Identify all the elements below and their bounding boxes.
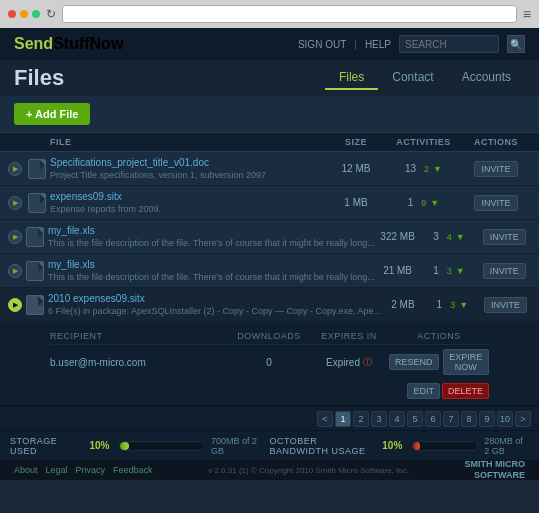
status-bar: STORAGE USED 10% 700MB of 2 GB OCTOBER B… <box>0 430 539 460</box>
pagination-page-4[interactable]: 4 <box>389 411 405 427</box>
file-actions: INVITE <box>461 161 531 177</box>
activity-arrow: ▼ <box>456 266 465 276</box>
file-actions: INVITE <box>478 263 531 279</box>
pagination-page-3[interactable]: 3 <box>371 411 387 427</box>
url-bar[interactable] <box>62 5 517 23</box>
expanded-action-buttons: EDIT DELETE <box>407 383 489 399</box>
invite-button[interactable]: INVITE <box>483 263 526 279</box>
inv-col-header-actions: ACTIONS <box>389 331 489 341</box>
add-file-button[interactable]: + Add File <box>14 103 90 125</box>
row-actions-bar: EDIT DELETE <box>50 383 489 399</box>
file-name[interactable]: Specifications_project_title_v01.doc <box>50 157 326 168</box>
browser-dots <box>8 10 40 18</box>
inv-col-header-expires: EXPIRES IN <box>309 331 389 341</box>
minimize-dot[interactable] <box>20 10 28 18</box>
pagination-page-7[interactable]: 7 <box>443 411 459 427</box>
activity-check: 2 <box>424 164 429 174</box>
col-header-size: SIZE <box>326 137 386 147</box>
file-size: 12 MB <box>326 163 386 174</box>
file-info: expenses09.sitx Expense reports from 200… <box>50 191 326 214</box>
footer-legal[interactable]: Legal <box>46 465 68 475</box>
file-size: 1 MB <box>326 197 386 208</box>
file-info: my_file.xls This is the file description… <box>48 259 375 282</box>
delete-button[interactable]: DELETE <box>442 383 489 399</box>
file-activities: 3 4 ▼ <box>420 231 477 242</box>
file-info: my_file.xls This is the file description… <box>48 225 375 248</box>
col-header-file: FILE <box>50 137 326 147</box>
invitation-expires: Expired ⓘ <box>309 356 389 369</box>
title-bar: Files Files Contact Accounts <box>0 60 539 96</box>
file-description: Expense reports from 2009. <box>50 204 161 214</box>
file-size: 322 MB <box>375 231 421 242</box>
pagination-prev[interactable]: < <box>317 411 333 427</box>
resend-button[interactable]: RESEND <box>389 354 439 370</box>
header-sep: | <box>354 39 357 50</box>
footer: About Legal Privacy Feedback v 2.0.31 (1… <box>0 460 539 480</box>
storage-progress-fill <box>120 442 128 450</box>
browser-menu-icon[interactable]: ≡ <box>523 6 531 22</box>
page-title: Files <box>14 65 64 91</box>
play-button[interactable]: ▶ <box>8 162 22 176</box>
storage-label: STORAGE USED <box>10 436 83 456</box>
invite-button[interactable]: INVITE <box>484 297 527 313</box>
inv-col-header-recipient: RECIPIENT <box>50 331 229 341</box>
pagination-page-9[interactable]: 9 <box>479 411 495 427</box>
file-description: This is the file description of the file… <box>48 272 375 282</box>
tab-accounts[interactable]: Accounts <box>448 66 525 90</box>
tab-contact[interactable]: Contact <box>378 66 447 90</box>
bandwidth-progress-fill <box>413 442 419 450</box>
storage-percentage: 10% <box>89 440 113 451</box>
table-row: ▶ my_file.xls This is the file descripti… <box>0 254 539 288</box>
search-input[interactable] <box>399 35 499 53</box>
activity-count: 1 <box>437 299 443 310</box>
invitation-actions: RESEND EXPIRE NOW <box>389 349 489 375</box>
play-button[interactable]: ▶ <box>8 196 22 210</box>
sign-out-link[interactable]: SIGN OUT <box>298 39 346 50</box>
browser-chrome: ↻ ≡ <box>0 0 539 28</box>
file-size: 2 MB <box>381 299 425 310</box>
expired-icon: ⓘ <box>363 356 372 369</box>
play-button[interactable]: ▶ <box>8 298 22 312</box>
activity-check: 3 <box>447 266 452 276</box>
tab-files[interactable]: Files <box>325 66 378 90</box>
file-size: 21 MB <box>375 265 421 276</box>
col-header-actions: ACTIONS <box>461 137 531 147</box>
play-button[interactable]: ▶ <box>8 230 22 244</box>
file-name[interactable]: expenses09.sitx <box>50 191 326 202</box>
file-name[interactable]: my_file.xls <box>48 259 375 270</box>
search-button[interactable]: 🔍 <box>507 35 525 53</box>
footer-privacy[interactable]: Privacy <box>76 465 106 475</box>
maximize-dot[interactable] <box>32 10 40 18</box>
app-logo: SendStuffNow <box>14 35 123 53</box>
pagination-page-5[interactable]: 5 <box>407 411 423 427</box>
pagination-bar: < 1 2 3 4 5 6 7 8 9 10 > <box>0 406 539 430</box>
footer-logo-line1: SMITH MICRO <box>464 459 525 470</box>
close-dot[interactable] <box>8 10 16 18</box>
pagination-next[interactable]: > <box>515 411 531 427</box>
expired-text: Expired <box>326 357 360 368</box>
play-button[interactable]: ▶ <box>8 264 22 278</box>
invite-button[interactable]: INVITE <box>474 161 517 177</box>
pagination-page-2[interactable]: 2 <box>353 411 369 427</box>
file-name[interactable]: my_file.xls <box>48 225 375 236</box>
footer-logo: SMITH MICRO SOFTWARE <box>464 459 525 481</box>
refresh-icon[interactable]: ↻ <box>46 7 56 21</box>
inv-col-header-downloads: DOWNLOADS <box>229 331 309 341</box>
footer-copyright: v 2.0.31 (1) © Copyright 2010 Smith Micr… <box>208 466 409 475</box>
footer-about[interactable]: About <box>14 465 38 475</box>
activity-count: 3 <box>433 231 439 242</box>
file-description: This is the file description of the file… <box>48 238 375 248</box>
activity-check: 3 <box>450 300 455 310</box>
file-name[interactable]: 2010 expenses09.sitx <box>48 293 381 304</box>
invite-button[interactable]: INVITE <box>474 195 517 211</box>
invite-button[interactable]: INVITE <box>483 229 526 245</box>
pagination-page-8[interactable]: 8 <box>461 411 477 427</box>
expire-now-button[interactable]: EXPIRE NOW <box>443 349 489 375</box>
footer-feedback[interactable]: Feedback <box>113 465 153 475</box>
help-link[interactable]: HELP <box>365 39 391 50</box>
pagination-page-10[interactable]: 10 <box>497 411 513 427</box>
files-list: ▶ Specifications_project_title_v01.doc P… <box>0 152 539 406</box>
pagination-page-1[interactable]: 1 <box>335 411 351 427</box>
pagination-page-6[interactable]: 6 <box>425 411 441 427</box>
edit-button[interactable]: EDIT <box>407 383 440 399</box>
